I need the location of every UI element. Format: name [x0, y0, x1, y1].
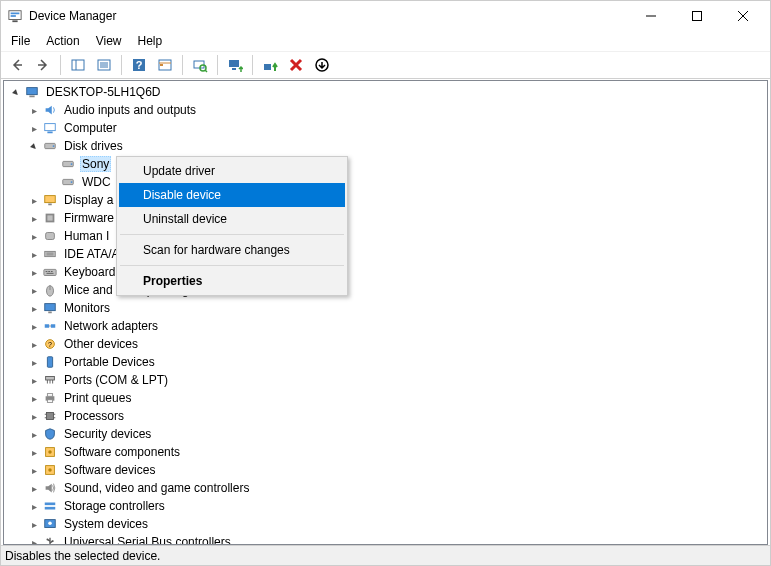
expand-icon[interactable] [26, 246, 42, 262]
device-manager-icon [7, 8, 23, 24]
expand-icon[interactable] [26, 480, 42, 496]
expand-icon[interactable] [26, 444, 42, 460]
keyboard-icon [42, 264, 58, 280]
svg-rect-45 [46, 271, 48, 272]
disk-icon [42, 138, 58, 154]
ports-icon [42, 372, 58, 388]
tree-node[interactable]: Print queues [8, 389, 767, 407]
expand-icon[interactable] [26, 282, 42, 298]
toolbar-show-hide-console-tree[interactable] [66, 53, 90, 77]
toolbar-action-1[interactable] [153, 53, 177, 77]
context-menu-item[interactable]: Properties [119, 269, 345, 293]
toolbar-help[interactable]: ? [127, 53, 151, 77]
tree-node[interactable]: Portable Devices [8, 353, 767, 371]
tree-pane[interactable]: DESKTOP-5LH1Q6DAudio inputs and outputsC… [3, 80, 768, 545]
security-icon [42, 426, 58, 442]
svg-rect-22 [229, 60, 239, 67]
menu-view[interactable]: View [88, 32, 130, 50]
expand-icon[interactable] [26, 462, 42, 478]
tree-node-label: Other devices [62, 337, 140, 351]
menu-help[interactable]: Help [130, 32, 171, 50]
expand-icon[interactable] [26, 426, 42, 442]
collapse-icon[interactable] [8, 84, 24, 100]
tree-node[interactable]: Sound, video and game controllers [8, 479, 767, 497]
svg-rect-1 [11, 13, 20, 15]
expand-icon[interactable] [26, 318, 42, 334]
svg-rect-44 [44, 269, 56, 275]
toolbar-enable-device[interactable] [258, 53, 282, 77]
tree-node[interactable]: Storage controllers [8, 497, 767, 515]
tree-node[interactable]: DESKTOP-5LH1Q6D [8, 83, 767, 101]
tree-node[interactable]: System devices [8, 515, 767, 533]
context-menu-item[interactable]: Uninstall device [119, 207, 345, 231]
svg-point-35 [71, 181, 73, 183]
expand-icon[interactable] [26, 516, 42, 532]
collapse-icon[interactable] [26, 138, 42, 154]
toolbar-separator [60, 55, 61, 75]
expand-icon[interactable] [26, 300, 42, 316]
tree-node[interactable]: Software devices [8, 461, 767, 479]
context-menu-item[interactable]: Disable device [119, 183, 345, 207]
toolbar-uninstall[interactable] [284, 53, 308, 77]
svg-rect-51 [45, 304, 56, 311]
expand-icon[interactable] [26, 354, 42, 370]
svg-rect-26 [27, 88, 38, 95]
toolbar-back[interactable] [5, 53, 29, 77]
svg-rect-37 [48, 204, 52, 206]
menu-action[interactable]: Action [38, 32, 87, 50]
tree-node[interactable]: Processors [8, 407, 767, 425]
toolbar-forward[interactable] [31, 53, 55, 77]
minimize-button[interactable] [628, 1, 674, 31]
svg-point-74 [48, 468, 52, 472]
toolbar-separator [182, 55, 183, 75]
expand-icon[interactable] [26, 210, 42, 226]
tree-node[interactable]: Network adapters [8, 317, 767, 335]
tree-node[interactable]: Disk drives [8, 137, 767, 155]
tree-node[interactable]: Computer [8, 119, 767, 137]
svg-rect-47 [51, 271, 53, 272]
tree-node[interactable]: Software components [8, 443, 767, 461]
tree-node-label: Security devices [62, 427, 153, 441]
expand-icon[interactable] [26, 102, 42, 118]
expand-icon[interactable] [26, 372, 42, 388]
tree-node-label: Network adapters [62, 319, 160, 333]
status-text: Disables the selected device. [5, 549, 160, 563]
expand-icon[interactable] [26, 408, 42, 424]
svg-rect-3 [12, 20, 17, 22]
tree-node[interactable]: Universal Serial Bus controllers [8, 533, 767, 545]
toolbar-scan-hardware[interactable] [188, 53, 212, 77]
tree-node[interactable]: Security devices [8, 425, 767, 443]
tree-node[interactable]: Ports (COM & LPT) [8, 371, 767, 389]
window-controls [628, 1, 766, 31]
expand-icon[interactable] [26, 390, 42, 406]
maximize-button[interactable] [674, 1, 720, 31]
expand-icon[interactable] [26, 498, 42, 514]
disk-icon [60, 174, 76, 190]
expand-icon[interactable] [26, 264, 42, 280]
svg-rect-82 [52, 540, 54, 542]
close-button[interactable] [720, 1, 766, 31]
toolbar-disable-device[interactable] [310, 53, 334, 77]
toolbar-properties[interactable] [92, 53, 116, 77]
cpu-icon [42, 408, 58, 424]
tree-node-label: Storage controllers [62, 499, 167, 513]
svg-rect-58 [47, 357, 52, 368]
expand-icon[interactable] [26, 228, 42, 244]
toolbar-update-driver[interactable] [223, 53, 247, 77]
svg-rect-76 [45, 507, 56, 510]
tree-node[interactable]: Audio inputs and outputs [8, 101, 767, 119]
expand-icon[interactable] [26, 120, 42, 136]
tree-node-label: Disk drives [62, 139, 125, 153]
context-menu-item[interactable]: Update driver [119, 159, 345, 183]
tree-node[interactable]: Monitors [8, 299, 767, 317]
svg-rect-53 [45, 324, 49, 328]
window-grid-icon [157, 57, 173, 73]
svg-rect-66 [47, 413, 54, 420]
context-menu-item[interactable]: Scan for hardware changes [119, 238, 345, 262]
menu-file[interactable]: File [3, 32, 38, 50]
expand-icon[interactable] [26, 336, 42, 352]
expand-icon[interactable] [26, 192, 42, 208]
svg-rect-59 [46, 377, 55, 381]
tree-node[interactable]: ?Other devices [8, 335, 767, 353]
expand-icon[interactable] [26, 534, 42, 545]
